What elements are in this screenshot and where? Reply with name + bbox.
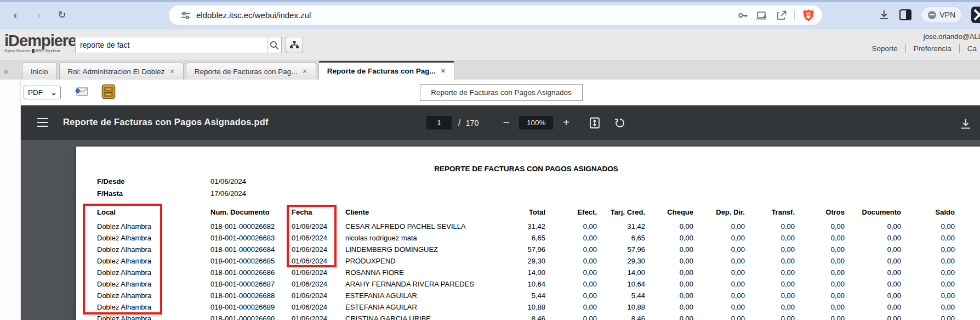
filter-label: F/Hasta <box>97 189 210 198</box>
table-cell: CESAR ALFREDO PACHEL SEVILLA <box>345 222 482 231</box>
table-cell: 01/06/2024 <box>292 268 345 277</box>
table-cell: 0,00 <box>693 303 745 311</box>
table-cell: 018-001-000026686 <box>210 268 292 277</box>
table-cell: 0,00 <box>545 315 597 320</box>
idempiere-logo: iDempiere Open Source ERP System <box>4 32 71 53</box>
table-cell: 0,00 <box>901 257 955 265</box>
table-cell: 0,00 <box>693 280 745 288</box>
browser-toolbar: ‹ › ↻ eldoblez.itsc.ec/webui/index.zul <box>0 0 980 29</box>
table-cell: 6,65 <box>597 234 645 242</box>
key-icon[interactable] <box>737 10 748 21</box>
global-search-input[interactable] <box>75 37 267 53</box>
page-number-input[interactable]: 1 <box>426 116 452 130</box>
archive-button[interactable] <box>101 84 118 100</box>
table-cell: 0,00 <box>693 245 745 254</box>
address-bar[interactable]: eldoblez.itsc.ec/webui/index.zul <box>169 5 822 25</box>
save-device-icon[interactable] <box>756 10 768 21</box>
tab-inicio[interactable]: Inicio <box>22 63 57 80</box>
corner-app-icon[interactable] <box>971 7 980 23</box>
table-cell: 0,00 <box>545 291 597 300</box>
table-cell: 0,00 <box>795 315 845 320</box>
forward-button[interactable]: › <box>32 8 46 22</box>
report-title: REPORTE DE FACTURAS CON PAGOS ASIGNADOS <box>97 165 955 173</box>
pdf-download-button[interactable] <box>959 117 972 131</box>
table-cell: 018-001-000026689 <box>210 303 292 311</box>
fit-page-button[interactable] <box>588 116 601 130</box>
table-cell: 0,00 <box>845 222 901 231</box>
column-header: Tarj. Cred. <box>597 208 645 216</box>
table-cell: 0,00 <box>795 234 845 242</box>
app-header: iDempiere Open Source ERP System jose.or… <box>0 29 980 60</box>
header-menu-item[interactable]: Preferencia <box>905 44 959 53</box>
user-email[interactable]: jose.orlando@ALL <box>924 32 980 41</box>
tab-rol-administracion[interactable]: Rol: Administracion El Doblez ✕ <box>59 63 184 80</box>
back-icon: ‹ <box>14 8 18 21</box>
zoom-in-button[interactable]: + <box>563 116 569 129</box>
filter-desde: F/Desde 01/06/2024 <box>97 177 246 186</box>
table-cell: 0,00 <box>845 245 901 254</box>
table-cell: 0,00 <box>795 291 845 300</box>
close-icon[interactable]: ✕ <box>441 68 446 75</box>
table-cell: 0,00 <box>645 280 693 288</box>
table-cell: ESTEFANIA AGUILAR <box>345 291 482 300</box>
header-menu-item[interactable]: Soporte <box>864 44 905 53</box>
pdf-download-icon <box>959 117 972 131</box>
filter-value: 01/06/2024 <box>210 177 246 186</box>
sidebar-icon[interactable] <box>899 9 912 21</box>
zoom-level[interactable]: 100% <box>519 116 553 130</box>
logo-text: iDempiere <box>4 32 71 49</box>
table-cell: 0,00 <box>745 315 795 320</box>
url-text[interactable]: eldoblez.itsc.ec/webui/index.zul <box>196 10 311 20</box>
report-toolbar: PDF ⌄ Reporte de Facturas con Pagos Asig… <box>0 80 980 105</box>
table-cell: 0,00 <box>645 315 693 320</box>
search-icon <box>270 41 279 50</box>
share-icon[interactable] <box>776 10 787 21</box>
close-icon[interactable]: ✕ <box>302 68 307 75</box>
table-cell: 0,00 <box>795 280 845 288</box>
tab-reporte-facturas-1[interactable]: Reporte de Facturas con Pag... ✕ <box>186 63 316 80</box>
table-cell: 0,00 <box>795 222 845 231</box>
table-cell: 0,00 <box>545 280 597 288</box>
back-button[interactable]: ‹ <box>8 8 22 22</box>
table-cell: 0,00 <box>645 245 693 254</box>
tab-label: Reporte de Facturas con Pag... <box>195 68 298 76</box>
table-cell: 0,00 <box>693 234 745 242</box>
table-cell: 5,44 <box>597 291 645 300</box>
table-cell: 0,00 <box>645 257 693 265</box>
close-icon[interactable]: ✕ <box>170 68 175 75</box>
send-mail-button[interactable] <box>71 84 88 100</box>
table-cell: 0,00 <box>645 303 693 311</box>
tab-label: Inicio <box>31 68 48 76</box>
expand-panel-icon[interactable]: » <box>4 66 8 76</box>
rotate-button[interactable] <box>613 116 626 130</box>
reload-button[interactable]: ↻ <box>55 8 69 22</box>
zoom-out-button[interactable]: − <box>503 116 510 129</box>
vpn-button[interactable]: VPN <box>921 7 962 23</box>
collapsed-west-panel[interactable] <box>0 80 21 320</box>
brave-shield-icon[interactable] <box>802 9 814 22</box>
table-cell: 0,00 <box>901 245 955 254</box>
table-cell: 0,00 <box>745 291 795 300</box>
table-cell: 5,44 <box>482 291 545 300</box>
table-cell: ARAHY FERNANDA RIVERA PAREDES <box>345 280 482 288</box>
table-cell: 0,00 <box>901 268 955 277</box>
table-cell: 0,00 <box>545 234 597 242</box>
download-icon[interactable] <box>878 9 890 21</box>
table-cell: 0,00 <box>845 303 901 311</box>
pdf-menu-icon[interactable] <box>37 118 48 127</box>
site-settings-icon[interactable] <box>181 10 191 20</box>
tab-reporte-facturas-2-active[interactable]: Reporte de Facturas con Pag... ✕ <box>318 61 454 80</box>
vpn-status-icon <box>928 11 936 19</box>
tab-bar: » Inicio Rol: Administracion El Doblez ✕… <box>0 60 980 80</box>
divider <box>794 10 795 20</box>
menu-tree-button[interactable] <box>286 37 303 53</box>
export-format-select[interactable]: PDF ⌄ <box>24 86 61 99</box>
table-cell: 01/06/2024 <box>292 315 345 320</box>
header-menu-item[interactable]: Ca <box>959 44 980 53</box>
page-count: 170 <box>465 119 478 127</box>
search-button[interactable] <box>267 37 282 53</box>
filter-label: F/Desde <box>97 177 210 186</box>
table-cell: 0,00 <box>693 257 745 265</box>
table-cell: 10,88 <box>597 303 645 311</box>
pdf-viewport[interactable]: REPORTE DE FACTURAS CON PAGOS ASIGNADOS … <box>21 140 980 320</box>
